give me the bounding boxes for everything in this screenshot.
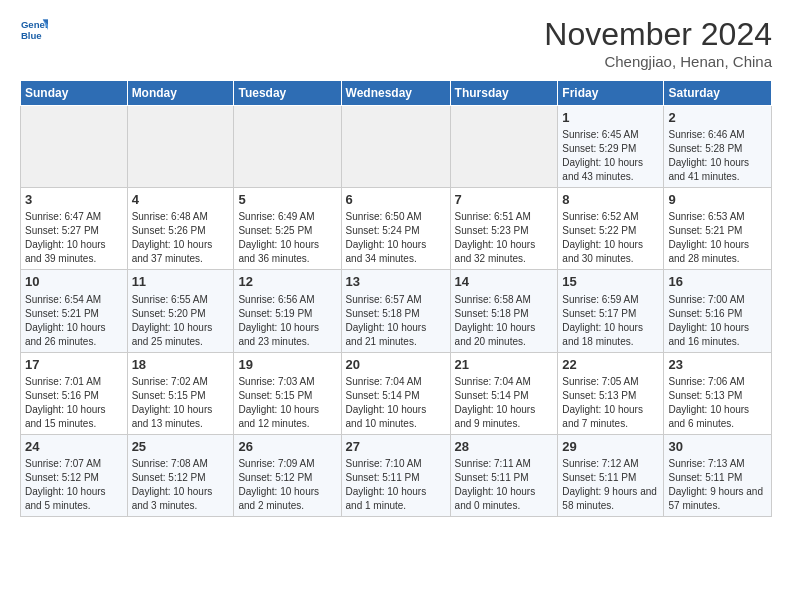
table-row: 7Sunrise: 6:51 AMSunset: 5:23 PMDaylight… xyxy=(450,188,558,270)
daylight-text: Daylight: 10 hours and 25 minutes. xyxy=(132,322,213,347)
day-number: 14 xyxy=(455,273,554,291)
sunrise-text: Sunrise: 7:02 AM xyxy=(132,376,208,387)
daylight-text: Daylight: 10 hours and 15 minutes. xyxy=(25,404,106,429)
sunset-text: Sunset: 5:16 PM xyxy=(25,390,99,401)
sunrise-text: Sunrise: 7:07 AM xyxy=(25,458,101,469)
table-row: 23Sunrise: 7:06 AMSunset: 5:13 PMDayligh… xyxy=(664,352,772,434)
daylight-text: Daylight: 10 hours and 18 minutes. xyxy=(562,322,643,347)
col-thursday: Thursday xyxy=(450,81,558,106)
sunset-text: Sunset: 5:15 PM xyxy=(132,390,206,401)
logo: General Blue xyxy=(20,16,48,44)
daylight-text: Daylight: 10 hours and 2 minutes. xyxy=(238,486,319,511)
day-number: 6 xyxy=(346,191,446,209)
day-number: 16 xyxy=(668,273,767,291)
calendar-page: General Blue November 2024 Chengjiao, He… xyxy=(0,0,792,527)
sunset-text: Sunset: 5:21 PM xyxy=(25,308,99,319)
sunrise-text: Sunrise: 6:59 AM xyxy=(562,294,638,305)
sunset-text: Sunset: 5:17 PM xyxy=(562,308,636,319)
table-row: 22Sunrise: 7:05 AMSunset: 5:13 PMDayligh… xyxy=(558,352,664,434)
table-row: 25Sunrise: 7:08 AMSunset: 5:12 PMDayligh… xyxy=(127,434,234,516)
daylight-text: Daylight: 10 hours and 30 minutes. xyxy=(562,239,643,264)
sunset-text: Sunset: 5:11 PM xyxy=(668,472,742,483)
sunset-text: Sunset: 5:11 PM xyxy=(455,472,529,483)
sunset-text: Sunset: 5:12 PM xyxy=(25,472,99,483)
day-number: 27 xyxy=(346,438,446,456)
sunrise-text: Sunrise: 6:50 AM xyxy=(346,211,422,222)
day-number: 2 xyxy=(668,109,767,127)
daylight-text: Daylight: 10 hours and 41 minutes. xyxy=(668,157,749,182)
sunrise-text: Sunrise: 7:00 AM xyxy=(668,294,744,305)
daylight-text: Daylight: 10 hours and 9 minutes. xyxy=(455,404,536,429)
sunset-text: Sunset: 5:15 PM xyxy=(238,390,312,401)
sunset-text: Sunset: 5:27 PM xyxy=(25,225,99,236)
day-number: 9 xyxy=(668,191,767,209)
sunset-text: Sunset: 5:19 PM xyxy=(238,308,312,319)
table-row: 9Sunrise: 6:53 AMSunset: 5:21 PMDaylight… xyxy=(664,188,772,270)
table-row: 30Sunrise: 7:13 AMSunset: 5:11 PMDayligh… xyxy=(664,434,772,516)
daylight-text: Daylight: 10 hours and 23 minutes. xyxy=(238,322,319,347)
calendar-week-row: 3Sunrise: 6:47 AMSunset: 5:27 PMDaylight… xyxy=(21,188,772,270)
day-number: 20 xyxy=(346,356,446,374)
sunset-text: Sunset: 5:13 PM xyxy=(562,390,636,401)
daylight-text: Daylight: 10 hours and 43 minutes. xyxy=(562,157,643,182)
col-wednesday: Wednesday xyxy=(341,81,450,106)
sunrise-text: Sunrise: 6:55 AM xyxy=(132,294,208,305)
daylight-text: Daylight: 9 hours and 58 minutes. xyxy=(562,486,657,511)
sunrise-text: Sunrise: 6:53 AM xyxy=(668,211,744,222)
sunrise-text: Sunrise: 7:04 AM xyxy=(455,376,531,387)
table-row: 17Sunrise: 7:01 AMSunset: 5:16 PMDayligh… xyxy=(21,352,128,434)
sunrise-text: Sunrise: 7:01 AM xyxy=(25,376,101,387)
sunrise-text: Sunrise: 6:47 AM xyxy=(25,211,101,222)
logo-icon: General Blue xyxy=(20,16,48,44)
location: Chengjiao, Henan, China xyxy=(544,53,772,70)
table-row: 27Sunrise: 7:10 AMSunset: 5:11 PMDayligh… xyxy=(341,434,450,516)
daylight-text: Daylight: 10 hours and 16 minutes. xyxy=(668,322,749,347)
table-row: 24Sunrise: 7:07 AMSunset: 5:12 PMDayligh… xyxy=(21,434,128,516)
sunset-text: Sunset: 5:11 PM xyxy=(562,472,636,483)
daylight-text: Daylight: 10 hours and 21 minutes. xyxy=(346,322,427,347)
sunrise-text: Sunrise: 6:51 AM xyxy=(455,211,531,222)
calendar-week-row: 1Sunrise: 6:45 AMSunset: 5:29 PMDaylight… xyxy=(21,106,772,188)
sunset-text: Sunset: 5:21 PM xyxy=(668,225,742,236)
sunset-text: Sunset: 5:26 PM xyxy=(132,225,206,236)
day-number: 8 xyxy=(562,191,659,209)
calendar-week-row: 17Sunrise: 7:01 AMSunset: 5:16 PMDayligh… xyxy=(21,352,772,434)
sunset-text: Sunset: 5:13 PM xyxy=(668,390,742,401)
table-row: 19Sunrise: 7:03 AMSunset: 5:15 PMDayligh… xyxy=(234,352,341,434)
sunrise-text: Sunrise: 6:45 AM xyxy=(562,129,638,140)
calendar-table: Sunday Monday Tuesday Wednesday Thursday… xyxy=(20,80,772,517)
month-title: November 2024 xyxy=(544,16,772,53)
sunrise-text: Sunrise: 6:58 AM xyxy=(455,294,531,305)
col-friday: Friday xyxy=(558,81,664,106)
sunset-text: Sunset: 5:28 PM xyxy=(668,143,742,154)
day-number: 29 xyxy=(562,438,659,456)
sunrise-text: Sunrise: 7:13 AM xyxy=(668,458,744,469)
daylight-text: Daylight: 10 hours and 12 minutes. xyxy=(238,404,319,429)
daylight-text: Daylight: 10 hours and 28 minutes. xyxy=(668,239,749,264)
sunrise-text: Sunrise: 6:56 AM xyxy=(238,294,314,305)
day-number: 23 xyxy=(668,356,767,374)
table-row: 21Sunrise: 7:04 AMSunset: 5:14 PMDayligh… xyxy=(450,352,558,434)
sunset-text: Sunset: 5:11 PM xyxy=(346,472,420,483)
table-row xyxy=(234,106,341,188)
table-row: 11Sunrise: 6:55 AMSunset: 5:20 PMDayligh… xyxy=(127,270,234,352)
day-number: 4 xyxy=(132,191,230,209)
daylight-text: Daylight: 10 hours and 1 minute. xyxy=(346,486,427,511)
col-saturday: Saturday xyxy=(664,81,772,106)
table-row: 13Sunrise: 6:57 AMSunset: 5:18 PMDayligh… xyxy=(341,270,450,352)
table-row: 3Sunrise: 6:47 AMSunset: 5:27 PMDaylight… xyxy=(21,188,128,270)
table-row: 6Sunrise: 6:50 AMSunset: 5:24 PMDaylight… xyxy=(341,188,450,270)
sunrise-text: Sunrise: 6:52 AM xyxy=(562,211,638,222)
calendar-header-row: Sunday Monday Tuesday Wednesday Thursday… xyxy=(21,81,772,106)
sunrise-text: Sunrise: 7:06 AM xyxy=(668,376,744,387)
sunset-text: Sunset: 5:22 PM xyxy=(562,225,636,236)
sunrise-text: Sunrise: 6:48 AM xyxy=(132,211,208,222)
day-number: 26 xyxy=(238,438,336,456)
day-number: 15 xyxy=(562,273,659,291)
svg-text:Blue: Blue xyxy=(21,30,42,41)
day-number: 17 xyxy=(25,356,123,374)
day-number: 10 xyxy=(25,273,123,291)
table-row: 8Sunrise: 6:52 AMSunset: 5:22 PMDaylight… xyxy=(558,188,664,270)
daylight-text: Daylight: 10 hours and 26 minutes. xyxy=(25,322,106,347)
col-sunday: Sunday xyxy=(21,81,128,106)
